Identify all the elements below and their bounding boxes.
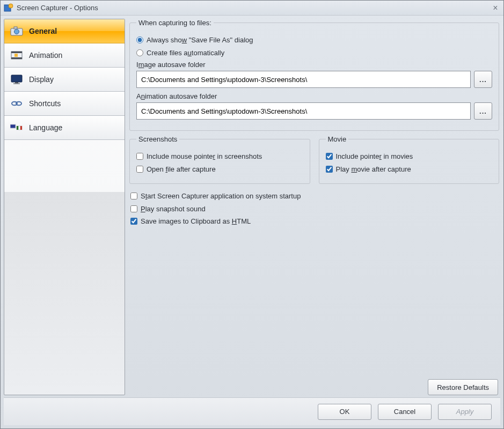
sidebar-item-label: Display — [29, 75, 54, 84]
check-startup-label: Start Screen Capturer application on sys… — [141, 191, 301, 201]
svg-rect-14 — [10, 124, 16, 128]
sidebar-item-general[interactable]: General — [4, 19, 125, 43]
check-include-pointer-screenshots[interactable] — [136, 153, 143, 160]
check-include-pointer-movies[interactable] — [326, 153, 333, 160]
check-clipboard[interactable] — [130, 218, 137, 225]
check-play-movie-after-row[interactable]: Play movie after capture — [326, 165, 493, 174]
ok-button[interactable]: OK — [318, 404, 371, 420]
image-folder-row: ... — [136, 71, 492, 88]
check-include-pointer-screenshots-label: Include mouse pointer in screenshots — [147, 152, 262, 161]
radio-auto-row[interactable]: Create files automatically — [136, 48, 492, 58]
radio-show-dialog-row[interactable]: Always show "Save File As" dialog — [136, 35, 492, 45]
check-clipboard-label: Save images to Clipboard as HTML — [141, 217, 251, 226]
anim-folder-label: Animation autosave folder — [136, 92, 492, 100]
check-open-after-label: Open file after capture — [147, 165, 216, 174]
app-icon — [4, 3, 13, 13]
sidebar-item-label: Language — [29, 123, 62, 132]
check-open-after[interactable] — [136, 166, 143, 173]
titlebar: Screen Capturer - Options × — [1, 1, 503, 16]
screenshots-legend: Screenshots — [136, 135, 179, 143]
anim-folder-browse-button[interactable]: ... — [474, 102, 492, 120]
svg-point-3 — [14, 29, 19, 34]
restore-defaults-button[interactable]: Restore Defaults — [428, 379, 498, 395]
check-play-movie-after[interactable] — [326, 166, 333, 173]
check-sound-row[interactable]: Play snapshot sound — [130, 204, 498, 214]
client-area: General Animation Display — [1, 16, 503, 428]
sidebar-item-display[interactable]: Display — [4, 68, 125, 92]
sidebar-item-label: General — [29, 27, 57, 35]
svg-point-1 — [9, 4, 13, 8]
check-include-pointer-movies-row[interactable]: Include pointer in movies — [326, 152, 493, 161]
sidebar-item-language[interactable]: Language — [4, 116, 125, 140]
two-column-groups: Screenshots Include mouse pointer in scr… — [129, 135, 499, 184]
radio-show-dialog[interactable] — [136, 36, 143, 43]
check-open-after-row[interactable]: Open file after capture — [136, 165, 303, 174]
image-folder-browse-button[interactable]: ... — [474, 71, 492, 88]
sidebar-item-label: Shortcuts — [29, 99, 61, 108]
movie-fieldset: Movie Include pointer in movies Play mov… — [319, 135, 500, 184]
svg-rect-8 — [14, 54, 18, 57]
window-title: Screen Capturer - Options — [17, 4, 491, 12]
capture-fieldset: When capturing to files: Always show "Sa… — [129, 19, 499, 131]
film-icon — [10, 49, 24, 61]
movie-legend: Movie — [326, 135, 349, 143]
apply-button[interactable]: Apply — [438, 404, 492, 420]
svg-rect-17 — [17, 126, 18, 130]
check-sound-label: Play snapshot sound — [141, 204, 206, 214]
content-panel: When capturing to files: Always show "Sa… — [129, 19, 500, 395]
check-startup[interactable] — [130, 193, 137, 199]
check-include-pointer-screenshots-row[interactable]: Include mouse pointer in screenshots — [136, 152, 303, 161]
svg-rect-7 — [11, 57, 22, 59]
check-clipboard-row[interactable]: Save images to Clipboard as HTML — [130, 217, 498, 226]
capture-legend: When capturing to files: — [136, 19, 214, 27]
image-folder-label: Image autosave folder — [136, 61, 492, 69]
image-folder-input[interactable] — [136, 71, 471, 88]
sidebar-item-shortcuts[interactable]: Shortcuts — [4, 92, 125, 116]
svg-rect-10 — [15, 82, 18, 83]
camera-icon — [10, 25, 24, 37]
radio-auto-label: Create files automatically — [147, 48, 224, 58]
options-window: Screen Capturer - Options × General Anim… — [0, 0, 504, 429]
restore-row: Restore Defaults — [129, 376, 499, 395]
close-icon[interactable]: × — [491, 3, 500, 13]
main-area: General Animation Display — [4, 19, 500, 395]
radio-auto[interactable] — [136, 49, 143, 56]
check-sound[interactable] — [130, 205, 137, 212]
svg-rect-9 — [11, 75, 22, 82]
check-include-pointer-movies-label: Include pointer in movies — [336, 152, 413, 161]
svg-rect-4 — [14, 27, 17, 29]
check-startup-row[interactable]: Start Screen Capturer application on sys… — [130, 191, 498, 201]
sidebar-item-label: Animation — [29, 51, 62, 60]
anim-folder-row: ... — [136, 102, 492, 120]
dialog-footer: OK Cancel Apply — [4, 397, 500, 425]
sidebar-item-animation[interactable]: Animation — [4, 43, 125, 68]
radio-show-dialog-label: Always show "Save File As" dialog — [147, 35, 253, 45]
svg-rect-6 — [11, 51, 22, 53]
flags-icon — [10, 122, 24, 134]
svg-rect-18 — [20, 126, 22, 130]
monitor-icon — [10, 73, 24, 85]
check-play-movie-after-label: Play movie after capture — [336, 165, 411, 174]
link-icon — [10, 98, 24, 109]
cancel-button[interactable]: Cancel — [378, 404, 432, 420]
misc-options: Start Screen Capturer application on sys… — [129, 188, 499, 230]
anim-folder-input[interactable] — [136, 102, 471, 120]
svg-rect-11 — [13, 83, 20, 84]
screenshots-fieldset: Screenshots Include mouse pointer in scr… — [129, 135, 310, 184]
sidebar: General Animation Display — [4, 19, 125, 395]
